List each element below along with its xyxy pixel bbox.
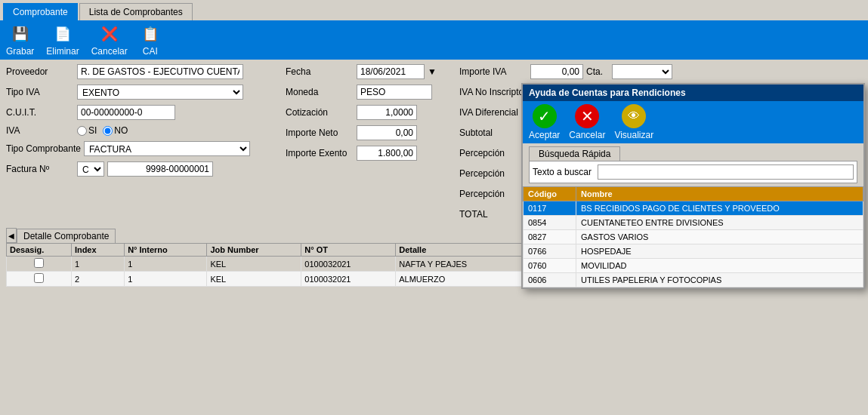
dialog-row-codigo: 0827	[524, 230, 576, 244]
dialog-title: Ayuda de Cuentas para Rendiciones	[523, 85, 863, 101]
tab-lista[interactable]: Lista de Comprobantes	[79, 3, 193, 20]
fecha-dropdown-icon[interactable]: ▼	[428, 66, 437, 77]
detail-tab[interactable]: Detalle Comprobante	[17, 229, 116, 243]
cta-label: Cta.	[586, 66, 609, 77]
fecha-input[interactable]	[357, 64, 425, 79]
left-column: Proveedor Tipo IVA EXENTO C.U.I.T. IVA S…	[6, 64, 286, 225]
search-label: Texto a buscar	[533, 167, 592, 177]
row1-ot: 0100032021	[301, 257, 396, 272]
row2-interno: 1	[125, 272, 207, 287]
accept-icon: ✓	[533, 104, 557, 128]
dialog-row[interactable]: 0760 MOVILIDAD	[524, 259, 863, 273]
dialog-row-codigo: 0606	[524, 273, 576, 287]
factura-numero-input[interactable]	[107, 161, 213, 177]
iva-label: IVA	[6, 125, 74, 136]
importe-iva-label: Importe IVA	[459, 66, 527, 77]
dialog-cancel-icon: ✕	[575, 104, 599, 128]
col-codigo: Código	[524, 187, 576, 201]
col-desasig: Desasig.	[7, 244, 72, 257]
toolbar-eliminar[interactable]: 📄 Eliminar	[46, 23, 79, 57]
subtotal-label: Subtotal	[459, 128, 527, 138]
tipo-comprobante-row: Tipo Comprobante FACTURA	[6, 141, 286, 156]
dialog-cancelar-label: Cancelar	[569, 130, 605, 140]
dialog-visualizar-button[interactable]: 👁 Visualizar	[614, 104, 653, 140]
importe-neto-input[interactable]	[357, 125, 417, 140]
dialog-row-codigo: 0760	[524, 259, 576, 273]
search-tab-label: Búsqueda Rápida	[529, 146, 620, 161]
col-index: Index	[71, 244, 124, 257]
row2-ot: 0100032021	[301, 272, 396, 287]
search-input[interactable]	[598, 164, 854, 180]
row1-desasig[interactable]	[7, 257, 72, 272]
dialog-cancelar-button[interactable]: ✕ Cancelar	[569, 104, 605, 140]
importe-exento-label: Importe Exento	[286, 148, 354, 158]
percepcion3-label: Percepción	[459, 189, 527, 199]
proveedor-label: Proveedor	[6, 66, 74, 77]
cai-icon: 📋	[140, 23, 161, 45]
row1-checkbox[interactable]	[34, 258, 44, 268]
toolbar-cai-label: CAI	[143, 46, 158, 57]
proveedor-row: Proveedor	[6, 64, 286, 79]
tipo-iva-select[interactable]: EXENTO	[77, 85, 243, 100]
iva-no-radio[interactable]	[103, 126, 113, 136]
tipo-comprobante-select[interactable]: FACTURA	[84, 141, 250, 156]
row2-checkbox[interactable]	[34, 273, 44, 283]
cuit-label: C.U.I.T.	[6, 107, 74, 118]
dialog-aceptar-label: Aceptar	[529, 130, 560, 140]
proveedor-input[interactable]	[77, 64, 243, 79]
tab-bar: Comprobante Lista de Comprobantes	[0, 0, 868, 20]
iva-radio-group: SI NO	[77, 125, 128, 136]
tipo-comprobante-label: Tipo Comprobante	[6, 143, 81, 154]
moneda-label: Moneda	[286, 87, 354, 97]
main-toolbar: 💾 Grabar 📄 Eliminar ❌ Cancelar 📋 CAI	[0, 20, 868, 60]
total-label: TOTAL	[459, 209, 527, 220]
cta-select[interactable]	[612, 64, 672, 79]
iva-dif-label: IVA Diferencial	[459, 107, 527, 118]
tab-comprobante[interactable]: Comprobante	[3, 3, 78, 20]
cancel-main-icon: ❌	[99, 23, 120, 45]
row1-index: 1	[71, 257, 124, 272]
toolbar-cancelar[interactable]: ❌ Cancelar	[91, 23, 128, 57]
dialog-row[interactable]: 0117 BS RECIBIDOS PAGO DE CLIENTES Y PRO…	[524, 201, 863, 216]
iva-si-radio[interactable]	[77, 126, 87, 136]
importe-iva-row: Importe IVA Cta.	[459, 64, 672, 79]
mid-column: Fecha ▼ Moneda Cotización Importe Neto I…	[286, 64, 459, 225]
col-ot: N° OT	[301, 244, 396, 257]
fecha-row: Fecha ▼	[286, 64, 459, 79]
dialog-aceptar-button[interactable]: ✓ Aceptar	[529, 104, 560, 140]
dialog-row[interactable]: 0766 HOSPEDAJE	[524, 244, 863, 259]
toolbar-grabar[interactable]: 💾 Grabar	[6, 23, 34, 57]
cotizacion-row: Cotización	[286, 105, 459, 120]
dialog-search-area: Búsqueda Rápida Texto a buscar	[523, 143, 863, 186]
row1-job: KEL	[207, 257, 301, 272]
iva-no[interactable]: NO	[103, 125, 128, 136]
row2-index: 2	[71, 272, 124, 287]
dialog-row-codigo: 0766	[524, 244, 576, 259]
cuit-input[interactable]	[77, 105, 175, 120]
importe-iva-input[interactable]	[530, 64, 583, 79]
iva-no-label: NO	[114, 125, 128, 136]
dialog-row-codigo: 0854	[524, 216, 576, 230]
cotizacion-input[interactable]	[357, 105, 417, 120]
moneda-input[interactable]	[357, 85, 432, 100]
result-table: Código Nombre 0117 BS RECIBIDOS PAGO DE …	[523, 186, 863, 287]
toolbar-cai[interactable]: 📋 CAI	[140, 23, 161, 57]
importe-neto-label: Importe Neto	[286, 128, 354, 138]
factura-letra-select[interactable]: C	[77, 161, 104, 177]
toolbar-grabar-label: Grabar	[6, 46, 34, 57]
dialog-row[interactable]: 0827 GASTOS VARIOS	[524, 230, 863, 244]
row2-job: KEL	[207, 272, 301, 287]
importe-exento-row: Importe Exento	[286, 146, 459, 161]
dialog-row[interactable]: 0854 CUENTANETEO ENTRE DIVISIONES	[524, 216, 863, 230]
nav-left-arrow[interactable]: ◀	[6, 228, 17, 243]
tipo-iva-row: Tipo IVA EXENTO	[6, 85, 286, 100]
dialog-row-nombre: HOSPEDAJE	[576, 244, 863, 259]
importe-exento-input[interactable]	[357, 146, 417, 161]
dialog-row-codigo: 0117	[524, 201, 576, 216]
iva-row: IVA SI NO	[6, 125, 286, 136]
row2-desasig[interactable]	[7, 272, 72, 287]
dialog-row-nombre: GASTOS VARIOS	[576, 230, 863, 244]
cotizacion-label: Cotización	[286, 107, 354, 118]
iva-si[interactable]: SI	[77, 125, 97, 136]
dialog-row[interactable]: 0606 UTILES PAPELERIA Y FOTOCOPIAS	[524, 273, 863, 287]
